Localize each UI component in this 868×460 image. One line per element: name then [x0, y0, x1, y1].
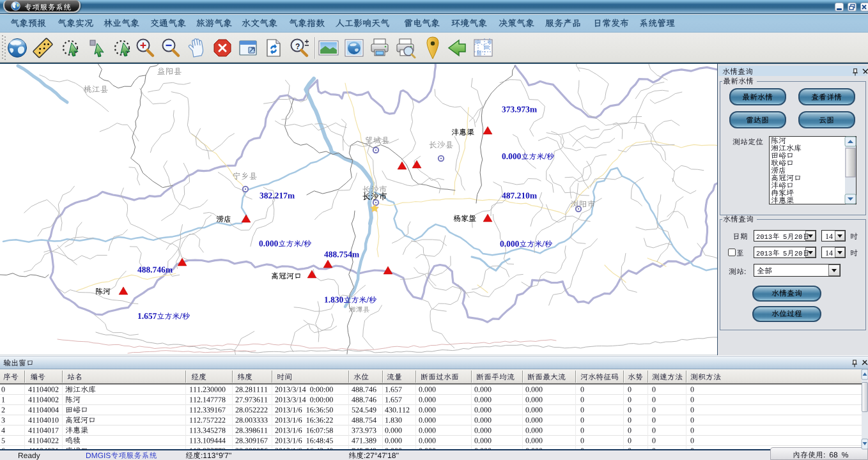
svg-text:?: ? — [295, 42, 300, 51]
